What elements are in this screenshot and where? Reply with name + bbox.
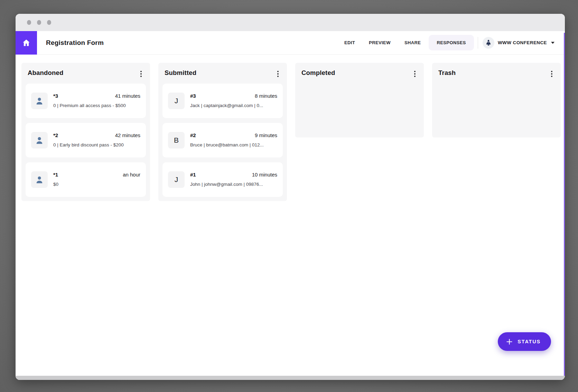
window-control-dot[interactable]	[37, 20, 41, 25]
avatar	[31, 132, 48, 149]
column-title: Trash	[438, 69, 456, 77]
person-icon	[34, 174, 45, 185]
window-control-dot[interactable]	[27, 20, 31, 25]
app-window: Registration Form EDIT PREVIEW SHARE RES…	[16, 14, 565, 380]
plus-icon	[506, 338, 513, 345]
workspace-label: WWW CONFERENCE	[498, 40, 547, 45]
avatar: J	[168, 93, 185, 109]
fab-label: STATUS	[518, 339, 541, 344]
response-card[interactable]: B #2 9 minutes Bruce | bruce@batman.com …	[162, 123, 283, 157]
card-title: *3	[53, 93, 58, 99]
avatar: J	[168, 171, 185, 188]
card-subtitle: John | johnw@gmail.com | 09876...	[190, 181, 277, 188]
card-time: 42 minutes	[115, 132, 140, 139]
responses-board: Abandoned *3 41 minutes 0 |	[16, 55, 565, 209]
column-header: Abandoned	[21, 63, 150, 82]
card-time: 8 minutes	[255, 93, 277, 99]
window-titlebar	[16, 14, 565, 31]
column-header: Submitted	[158, 63, 287, 82]
avatar	[31, 171, 48, 188]
response-card[interactable]: *1 an hour $0	[26, 162, 146, 197]
column-menu-button[interactable]	[549, 69, 554, 79]
column-title: Completed	[301, 69, 335, 77]
card-title: *1	[53, 171, 58, 178]
card-time: 9 minutes	[255, 132, 277, 139]
avatar: B	[168, 132, 185, 149]
column-submitted: Submitted J #3 8 minutes Jack | captainj…	[158, 63, 287, 201]
add-status-button[interactable]: STATUS	[498, 332, 551, 351]
column-header: Completed	[295, 63, 424, 82]
page-title: Registration Form	[46, 39, 104, 47]
home-button[interactable]	[16, 31, 37, 55]
nav-responses[interactable]: RESPONSES	[429, 35, 474, 50]
column-abandoned: Abandoned *3 41 minutes 0 |	[21, 63, 150, 201]
column-completed: Completed	[295, 63, 424, 137]
desktop-background: { "colors": { "accent": "#6434f4", "fab"…	[0, 0, 578, 392]
card-subtitle: 0 | Premium all access pass - $500	[53, 102, 140, 109]
card-list: *3 41 minutes 0 | Premium all access pas…	[21, 82, 150, 197]
column-title: Abandoned	[28, 69, 64, 77]
workspace-menu[interactable]: WWW CONFERENCE	[483, 37, 554, 49]
avatar	[31, 93, 48, 109]
card-time: an hour	[123, 171, 140, 178]
card-title: #3	[190, 93, 196, 99]
card-title: *2	[53, 132, 58, 139]
speaker-podium-icon	[483, 37, 494, 49]
column-title: Submitted	[165, 69, 196, 77]
column-menu-button[interactable]	[275, 69, 281, 79]
person-icon	[34, 96, 45, 106]
header-divider	[478, 37, 478, 49]
home-icon	[22, 38, 31, 47]
app-header: Registration Form EDIT PREVIEW SHARE RES…	[16, 31, 565, 55]
card-subtitle: $0	[53, 181, 140, 188]
column-menu-button[interactable]	[138, 69, 144, 79]
nav-preview[interactable]: PREVIEW	[363, 36, 397, 49]
nav-edit[interactable]: EDIT	[338, 36, 361, 49]
horizontal-scrollbar[interactable]	[16, 376, 565, 380]
card-subtitle: Jack | captainjack@gmail.com | 0...	[190, 102, 277, 109]
column-menu-button[interactable]	[412, 69, 418, 79]
column-trash: Trash	[432, 63, 561, 137]
card-title: #2	[190, 132, 196, 139]
person-icon	[34, 135, 45, 145]
card-subtitle: 0 | Early bird discount pass - $200	[53, 142, 140, 149]
column-header: Trash	[432, 63, 561, 82]
window-control-dot[interactable]	[47, 20, 51, 25]
response-card[interactable]: *2 42 minutes 0 | Early bird discount pa…	[26, 123, 146, 157]
nav-share[interactable]: SHARE	[399, 36, 427, 49]
vertical-scrollbar[interactable]	[564, 33, 565, 376]
card-title: #1	[190, 171, 196, 178]
card-time: 10 minutes	[252, 171, 277, 178]
card-subtitle: Bruce | bruce@batman.com | 012...	[190, 142, 277, 149]
card-time: 41 minutes	[115, 93, 140, 99]
response-card[interactable]: *3 41 minutes 0 | Premium all access pas…	[26, 84, 146, 118]
chevron-down-icon	[551, 42, 554, 44]
response-card[interactable]: J #3 8 minutes Jack | captainjack@gmail.…	[162, 84, 283, 118]
header-nav: EDIT PREVIEW SHARE RESPONSES	[338, 35, 474, 50]
response-card[interactable]: J #1 10 minutes John | johnw@gmail.com |…	[162, 162, 283, 197]
card-list: J #3 8 minutes Jack | captainjack@gmail.…	[158, 82, 287, 197]
